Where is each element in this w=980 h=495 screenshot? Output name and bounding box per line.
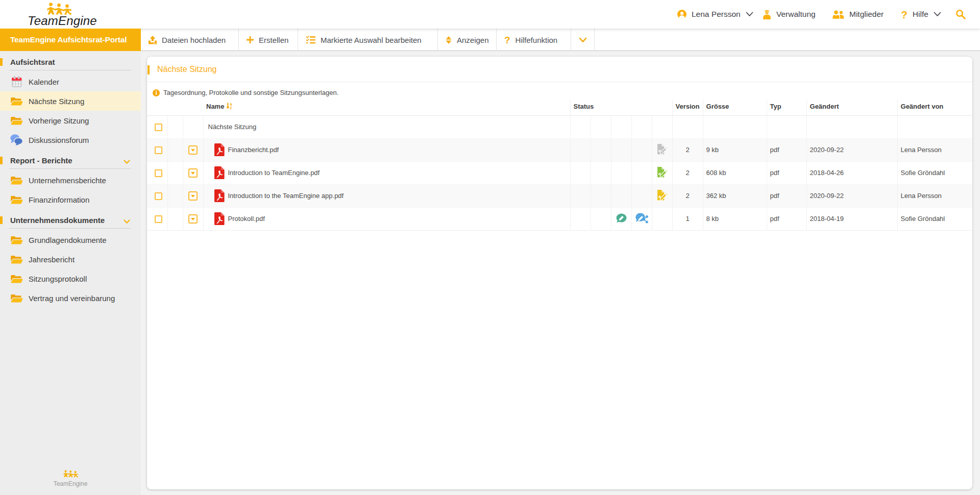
svg-text:Z: Z [230, 106, 232, 109]
